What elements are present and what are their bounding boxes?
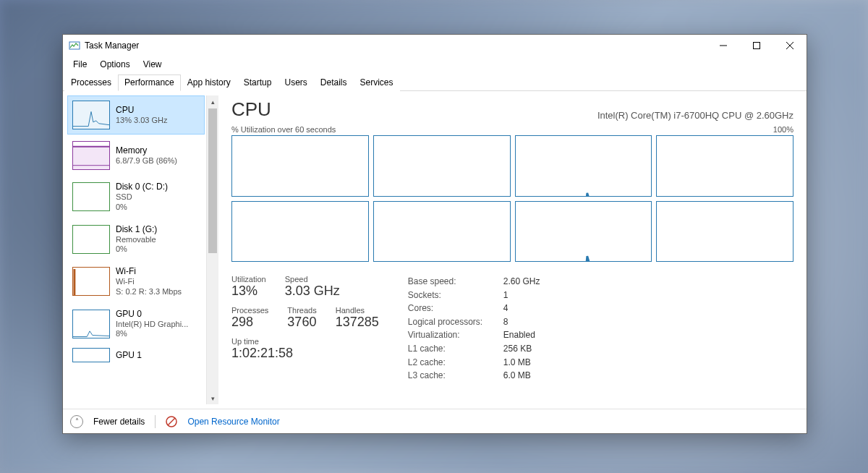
stat-uptime-value: 1:02:21:58 <box>231 346 379 361</box>
info-val: 1.0 MB <box>503 356 531 370</box>
titlebar[interactable]: Task Manager <box>63 35 807 56</box>
info-val: 4 <box>503 302 509 315</box>
info-key: Sockets: <box>408 289 495 302</box>
task-manager-window: Task Manager File Options View Processes… <box>62 34 807 434</box>
cpu-info-list: Base speed:2.60 GHzSockets:1Cores:4Logic… <box>408 275 540 383</box>
sidebar-scrollbar[interactable]: ▴ ▾ <box>206 95 218 404</box>
stat-uptime-label: Up time <box>231 337 379 346</box>
disk1-thumb <box>72 225 110 254</box>
tab-strip: Processes Performance App history Startu… <box>63 74 807 91</box>
info-row: Base speed:2.60 GHz <box>408 275 540 289</box>
sidebar-item-gpu1[interactable]: GPU 1 <box>67 346 205 365</box>
sidebar-item-label: GPU 0 <box>116 309 188 320</box>
info-row: Logical processors:8 <box>408 315 540 329</box>
cpu-chart-6[interactable] <box>515 201 652 263</box>
divider <box>155 415 156 428</box>
minimize-button[interactable] <box>707 35 740 56</box>
cpu-chart-7[interactable] <box>656 201 793 263</box>
sidebar-item-sub: 6.8/7.9 GB (86%) <box>116 156 177 166</box>
wifi-thumb <box>72 267 110 296</box>
sidebar-item-sub: Wi-Fi <box>116 277 182 287</box>
resource-monitor-icon <box>166 416 177 427</box>
sidebar-item-label: Memory <box>116 145 177 156</box>
stat-processes-label: Processes <box>231 306 268 315</box>
open-resource-monitor-link[interactable]: Open Resource Monitor <box>187 417 279 427</box>
sidebar-item-label: Disk 1 (G:) <box>116 224 157 235</box>
cpu-panel: CPU Intel(R) Core(TM) i7-6700HQ CPU @ 2.… <box>218 91 807 409</box>
sidebar-item-cpu[interactable]: CPU 13% 3.03 GHz <box>67 95 205 135</box>
info-val: 6.0 MB <box>503 369 531 383</box>
tab-users[interactable]: Users <box>278 74 313 91</box>
cpu-chart-3[interactable] <box>656 135 793 197</box>
sidebar-item-sub: 13% 3.03 GHz <box>116 116 168 126</box>
app-icon <box>69 40 80 51</box>
sidebar-item-disk1[interactable]: Disk 1 (G:) Removable 0% <box>67 219 205 260</box>
info-key: L3 cache: <box>408 369 495 383</box>
cpu-stats: Utilization 13% Speed 3.03 GHz Processes… <box>231 275 793 383</box>
stat-handles-value: 137285 <box>336 315 379 330</box>
cpu-chart-0[interactable] <box>231 135 369 197</box>
footer: ˄ Fewer details Open Resource Monitor <box>63 409 807 433</box>
svg-rect-6 <box>73 146 109 170</box>
info-val: 8 <box>503 315 509 329</box>
cpu-thumb <box>72 101 110 129</box>
stat-speed-value: 3.03 GHz <box>285 284 340 299</box>
close-button[interactable] <box>773 35 807 56</box>
sidebar-item-sub2: 8% <box>116 329 188 339</box>
svg-line-27 <box>168 418 175 425</box>
info-val: 1 <box>503 289 509 302</box>
performance-sidebar: CPU 13% 3.03 GHz Memory 6.8/7.9 GB (86%) <box>67 95 205 404</box>
cpu-model: Intel(R) Core(TM) i7-6700HQ CPU @ 2.60GH… <box>597 110 793 121</box>
gpu1-thumb <box>72 348 110 362</box>
info-val: 256 KB <box>503 342 532 356</box>
stat-speed-label: Speed <box>285 275 340 284</box>
stat-processes-value: 298 <box>231 315 268 330</box>
info-val: Enabled <box>503 328 535 342</box>
tab-processes[interactable]: Processes <box>64 74 118 91</box>
cpu-chart-4[interactable] <box>231 201 369 263</box>
sidebar-item-wifi[interactable]: Wi-Fi Wi-Fi S: 0.2 R: 3.3 Mbps <box>67 261 205 302</box>
sidebar-item-sub: Intel(R) HD Graphi... <box>116 320 188 330</box>
info-val: 2.60 GHz <box>503 275 540 289</box>
info-key: Cores: <box>408 302 495 315</box>
tab-performance[interactable]: Performance <box>118 74 181 91</box>
scroll-thumb[interactable] <box>208 108 217 253</box>
stat-handles-label: Handles <box>336 306 379 315</box>
stat-threads-label: Threads <box>287 306 316 315</box>
sidebar-item-sub2: S: 0.2 R: 3.3 Mbps <box>116 287 182 297</box>
svg-marker-14 <box>516 193 652 197</box>
tab-details[interactable]: Details <box>314 74 354 91</box>
sidebar-item-label: GPU 1 <box>116 350 142 361</box>
tab-app-history[interactable]: App history <box>181 74 237 91</box>
maximize-button[interactable] <box>740 35 773 56</box>
cpu-chart-2[interactable] <box>515 135 652 197</box>
cpu-chart-1[interactable] <box>373 135 511 197</box>
sidebar-item-gpu0[interactable]: GPU 0 Intel(R) HD Graphi... 8% <box>67 304 205 345</box>
scroll-up-icon[interactable]: ▴ <box>207 95 219 108</box>
sidebar-item-sub2: 0% <box>116 203 168 213</box>
panel-title: CPU <box>231 98 271 121</box>
menu-view[interactable]: View <box>137 58 168 71</box>
sidebar-item-label: Wi-Fi <box>116 266 182 277</box>
menu-options[interactable]: Options <box>94 58 135 71</box>
info-row: Sockets:1 <box>408 289 540 302</box>
stat-utilization-value: 13% <box>231 284 266 299</box>
sidebar-item-sub: SSD <box>116 192 168 203</box>
tab-startup[interactable]: Startup <box>237 74 278 91</box>
info-key: Virtualization: <box>408 328 495 342</box>
sidebar-item-disk0[interactable]: Disk 0 (C: D:) SSD 0% <box>67 176 205 218</box>
fewer-details-link[interactable]: Fewer details <box>93 417 145 427</box>
sidebar-item-memory[interactable]: Memory 6.8/7.9 GB (86%) <box>67 136 205 175</box>
cpu-chart-5[interactable] <box>373 201 511 263</box>
gpu0-thumb <box>72 310 110 338</box>
sidebar-item-sub2: 0% <box>116 244 157 255</box>
chevron-up-icon[interactable]: ˄ <box>70 415 83 428</box>
info-key: L2 cache: <box>408 356 495 370</box>
scroll-down-icon[interactable]: ▾ <box>207 392 219 404</box>
svg-rect-7 <box>73 146 109 148</box>
tab-services[interactable]: Services <box>354 74 400 91</box>
menu-file[interactable]: File <box>67 58 93 71</box>
svg-rect-5 <box>73 101 109 129</box>
stat-threads-value: 3760 <box>287 315 316 330</box>
info-row: Virtualization:Enabled <box>408 328 540 342</box>
